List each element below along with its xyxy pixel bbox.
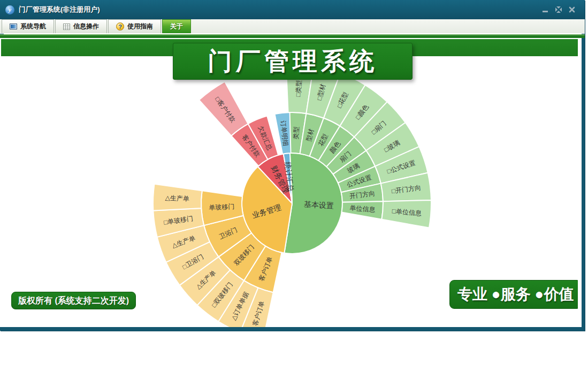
toolbar: 系统导航信息操作使用指南关于 xyxy=(0,19,585,34)
app-window: 门厂管理系统(非注册用户) 系统导航信息操作 xyxy=(0,0,585,331)
window-controls xyxy=(541,5,579,14)
grid-icon xyxy=(63,24,70,30)
sunburst-label: 类型 xyxy=(292,126,300,140)
minimize-button[interactable] xyxy=(541,5,549,14)
close-icon xyxy=(569,6,575,13)
toolbar-divider xyxy=(0,34,585,38)
tab-label: 关于 xyxy=(170,22,183,31)
tab-系统导航[interactable]: 系统导航 xyxy=(2,19,54,33)
minimize-icon xyxy=(542,6,548,13)
tab-信息操作[interactable]: 信息操作 xyxy=(55,19,107,33)
window-title: 门厂管理系统(非注册用户) xyxy=(19,5,100,14)
slogan-badge: 专业 ●服务 ●价值 xyxy=(449,280,578,309)
sunburst-label: □类型 xyxy=(294,80,303,97)
content-area: 基本设置类型型材花型颜色扇门玻璃公式设置开门方向单位信息□类型□型材□花型□颜色… xyxy=(0,38,578,327)
tab-label: 使用指南 xyxy=(127,22,153,31)
app-logo-y-icon xyxy=(5,5,14,14)
app-title-text: 门厂管理系统 xyxy=(208,45,378,78)
sunburst-label: 基本设置 xyxy=(303,200,334,210)
tab-关于[interactable]: 关于 xyxy=(162,19,191,33)
tab-label: 系统导航 xyxy=(20,22,46,31)
tab-label: 信息操作 xyxy=(73,22,99,31)
app-title-banner: 门厂管理系统 xyxy=(173,43,413,80)
tab-使用指南[interactable]: 使用指南 xyxy=(108,19,161,33)
sunburst-label: 单玻移门 xyxy=(209,203,235,211)
monitor-icon xyxy=(10,24,17,29)
titlebar: 门厂管理系统(非注册用户) xyxy=(0,0,585,19)
restore-button[interactable] xyxy=(554,5,563,14)
help-icon xyxy=(116,22,124,31)
restore-icon xyxy=(555,6,562,13)
sunburst-label: △生产单 xyxy=(165,194,189,203)
close-button[interactable] xyxy=(568,5,576,14)
copyright-badge: 版权所有 (系统支持二次开发) xyxy=(11,292,136,309)
